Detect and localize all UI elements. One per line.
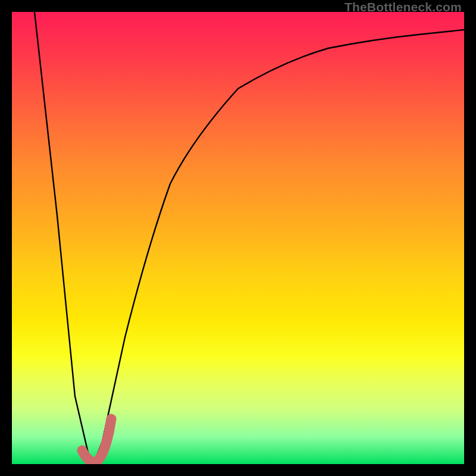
bottleneck-curve-right <box>93 30 464 464</box>
chart-frame: TheBottleneck.com <box>0 0 476 476</box>
plot-area <box>12 12 464 464</box>
curve-layer <box>12 12 464 464</box>
j-marker-highlight <box>82 419 111 463</box>
bottleneck-curve-left <box>35 12 93 464</box>
